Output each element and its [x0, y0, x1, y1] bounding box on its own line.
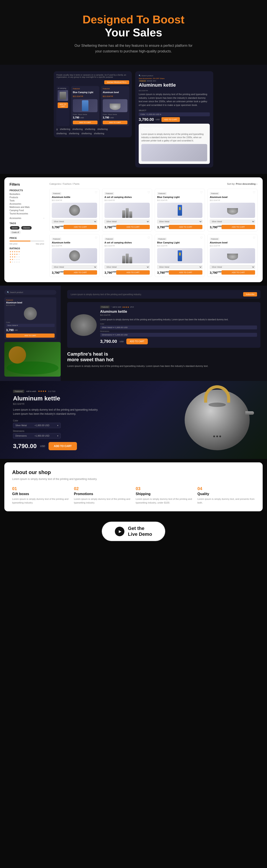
filter-accessories-link[interactable]: Accessories	[9, 217, 21, 220]
rating-row-5[interactable]: ★★★★★	[9, 251, 44, 253]
wishlist-icon-1[interactable]: ♡	[95, 191, 97, 194]
add-btn-7[interactable]: ADD TO CART	[169, 270, 202, 275]
feature-gift-boxes: 01 Gift boxes Lorem ipsum is simply dumm…	[12, 486, 69, 504]
hero-title-orange: Designed To Boost	[9, 13, 258, 26]
rating-row-4[interactable]: ★★★★★	[9, 253, 44, 255]
feature-num-2: 02	[74, 486, 131, 491]
kettle-detail-area: Featured ♡ add to wish ★★★★ 1/5.0 Alumin…	[67, 302, 261, 348]
product-sku-4: $22.024/YR	[210, 199, 255, 202]
feature-num-4: 04	[198, 486, 255, 491]
cta-button[interactable]: Get the Live Demo	[101, 521, 166, 541]
filter-products[interactable]: Products	[9, 196, 44, 199]
color-select-4[interactable]: Silver Metal	[210, 220, 255, 223]
showcase-left: People usually stay in tents or caravans…	[54, 71, 132, 137]
color-select-1[interactable]: Silver Metal	[52, 220, 97, 223]
about-section: About our shop Lorem ipsum is simply dum…	[4, 462, 263, 511]
filter-camping-food[interactable]: Camping Food	[9, 209, 44, 212]
product-price-3: 3,790USD	[157, 225, 169, 229]
detail-card-add-btn[interactable]: ADD TO CART	[6, 334, 55, 338]
product-sku-7: $22.024/YR	[157, 245, 202, 247]
filter-mattresses[interactable]: Mattresses and Mats	[9, 206, 44, 209]
campfire-section: Campfire's heat is more sweet than hot L…	[67, 351, 261, 368]
detail-right-panel: Subscribe Featured ♡ add to wish ★★★★ 1/…	[61, 286, 267, 381]
color-select-3[interactable]: Silver Metal	[157, 220, 202, 223]
product-price-8: 3,790USD	[210, 271, 221, 274]
rating-row-2[interactable]: ★★★★★	[9, 258, 44, 260]
add-btn-2[interactable]: ADD TO CART	[116, 225, 150, 229]
products-grid: ♡ Featured Aluminum kettle $22.024/YR Si…	[50, 189, 258, 277]
kettle-price: 3,790.00	[100, 339, 117, 344]
add-btn-5[interactable]: ADD TO CART	[63, 270, 97, 275]
description-panel: Description: Lorem ipsum is simply dummy…	[139, 124, 210, 164]
detail-card-sku: $22.024/YR	[6, 304, 55, 306]
hero-subtitle: Our Sheltering theme has all the key fea…	[73, 43, 194, 54]
add-btn-6[interactable]: ADD TO CART	[116, 270, 150, 275]
product-sku-8: $22.024/YR	[210, 245, 255, 247]
filter-tag-glasses[interactable]: Glasses	[21, 226, 32, 229]
camping-add-cart-button[interactable]: ADD TO CART	[73, 121, 97, 124]
color-select-7[interactable]: Silver Metal	[157, 265, 202, 269]
ratings-label: RATINGS	[9, 247, 44, 250]
full-dimensions-select[interactable]: Dimensions +1,900.00 USD ▾	[13, 433, 61, 438]
feature-quality: 04 Quality Lorem ipsum is simply dummy t…	[198, 486, 255, 504]
add-btn-3[interactable]: ADD TO CART	[169, 225, 202, 229]
product-name-4: Aluminum bowl	[210, 196, 255, 198]
product-name-1: Aluminum kettle	[52, 196, 97, 198]
subscribe-input[interactable]	[71, 293, 241, 296]
filter-accessories[interactable]: Accessories	[9, 202, 44, 206]
showcase-add-cart[interactable]: ADD TO CART	[161, 117, 180, 122]
kettle-sku: $22.024/YR	[100, 314, 257, 316]
filter-bestsellers[interactable]: Bestsellers	[9, 192, 44, 196]
wishlist-icon-3[interactable]: ♡	[200, 191, 203, 194]
filter-tag-stoves[interactable]: Stoves	[10, 226, 20, 229]
kettle-add-btn[interactable]: ADD TO CART	[126, 339, 148, 344]
feature-shipping: 03 Shipping Lorem ipsum is simply dummy …	[136, 486, 193, 504]
wishlist-icon-6[interactable]: ♡	[147, 236, 150, 240]
side-add-cart-button[interactable]: ADD TO CART	[58, 102, 68, 108]
brand-row-2: sheltering sheltering sheltering shelter…	[56, 132, 129, 135]
badge-5: Featured	[52, 238, 61, 240]
rating-row-3[interactable]: ★★★★★	[9, 256, 44, 258]
rating-row-1[interactable]: ★★★★★	[9, 261, 44, 263]
filter-tag-coats[interactable]: Coats of	[10, 230, 21, 234]
full-currency: USD	[40, 445, 45, 447]
wishlist-icon-5[interactable]: ♡	[95, 236, 97, 240]
show-products-button[interactable]: SHOW PRODUCTS ▷	[104, 80, 129, 84]
full-color-select[interactable]: Silver Metal +1,800.00 USD ▾	[13, 423, 61, 428]
subscribe-button[interactable]: Subscribe	[243, 292, 257, 297]
bowl-add-cart-button[interactable]: ADD TO CART	[103, 121, 127, 124]
feature-promotions: 02 Promotions Lorem ipsum is simply dumm…	[74, 486, 131, 504]
color-select-8[interactable]: Silver Metal	[210, 265, 255, 269]
add-btn-1[interactable]: ADD TO CART	[63, 225, 97, 229]
product-card-camping-light: Featured Blue Camping Light $22.024/YR C…	[71, 86, 99, 126]
card-price-camping: $22.024/YR	[73, 95, 83, 97]
campfire-desc: Lorem ipsum is simply dummy text of the …	[67, 364, 261, 368]
add-btn-4[interactable]: ADD TO CART	[221, 225, 255, 229]
feature-num-1: 01	[12, 486, 69, 491]
wishlist-icon-7[interactable]: ♡	[200, 236, 203, 240]
color-select-2[interactable]: Silver Metal	[105, 220, 150, 223]
wishlist-icon-4[interactable]: ♡	[253, 191, 256, 194]
filter-tourist[interactable]: Tourist Accessories	[9, 212, 44, 215]
full-wishlist[interactable]: Add to wish	[26, 390, 36, 393]
showcase-description: People usually stay in tents or caravans…	[56, 74, 129, 78]
product-name-6: A set of camping dishes	[105, 241, 150, 244]
filter-title: Filters	[9, 183, 44, 186]
wishlist-icon-2[interactable]: ♡	[147, 191, 150, 194]
filter-tools[interactable]: Tools	[9, 199, 44, 202]
product-img-4	[210, 203, 255, 218]
color-select-6[interactable]: Silver Metal	[105, 265, 150, 269]
cta-section: Get the Live Demo	[0, 515, 267, 552]
add-btn-8[interactable]: ADD TO CART	[221, 270, 255, 275]
price-range-bar[interactable]	[9, 241, 44, 242]
wishlist-icon-8[interactable]: ♡	[253, 236, 256, 240]
description-product-img	[141, 144, 207, 161]
product-price-2: 3,790USD	[105, 225, 116, 229]
feature-num-3: 03	[136, 486, 193, 491]
full-add-btn[interactable]: ADD TO CART	[49, 442, 77, 450]
color-select-5[interactable]: Silver Metal	[52, 265, 97, 269]
search-bar[interactable]: 🔍 Search product	[4, 290, 56, 295]
small-product-cards: Featured Aluminum bowl $22.024/YR Color …	[4, 297, 56, 339]
detail-card-img	[24, 307, 37, 320]
small-card-left: Featured Aluminum bowl $22.024/YR Color …	[4, 297, 56, 339]
